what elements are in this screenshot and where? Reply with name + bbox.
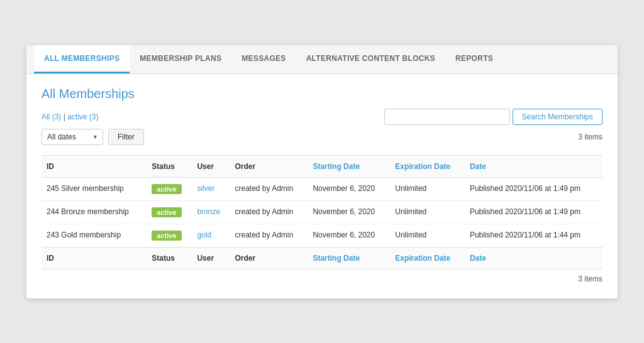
row-1-expiration-date: Unlimited: [390, 177, 465, 200]
footer-col-status: Status: [147, 247, 192, 269]
col-header-expiration-date[interactable]: Expiration Date: [390, 155, 465, 177]
search-input[interactable]: [384, 109, 510, 125]
col-header-date[interactable]: Date: [465, 155, 602, 177]
footer-col-order: Order: [230, 247, 308, 269]
row-1-order: created by Admin: [230, 177, 308, 200]
footer-col-user: User: [192, 247, 230, 269]
memberships-table: ID Status User Order Starting Date Expir…: [42, 155, 602, 270]
tab-navigation: ALL MEMBERSHIPS MEMBERSHIP PLANS MESSAGE…: [26, 45, 618, 74]
row-1-user: silver: [192, 177, 230, 200]
page-title: All Memberships: [42, 87, 602, 101]
row-2-id: 244 Bronze membership: [42, 200, 147, 224]
row-3-user-link[interactable]: gold: [197, 231, 211, 239]
table-row: 244 Bronze membership active bronze crea…: [42, 200, 602, 224]
status-badge: active: [152, 184, 181, 194]
table-row: 245 Silver membership active silver crea…: [42, 177, 602, 200]
row-2-order: created by Admin: [230, 200, 308, 224]
row-3-status: active: [147, 224, 192, 247]
row-2-expiration-date: Unlimited: [390, 200, 465, 224]
items-count-bottom: 3 items: [42, 275, 602, 283]
tab-membership-plans[interactable]: MEMBERSHIP PLANS: [130, 45, 231, 74]
row-2-user: bronze: [192, 200, 230, 224]
footer-col-date[interactable]: Date: [465, 247, 602, 269]
table-header-row: ID Status User Order Starting Date Expir…: [42, 155, 602, 177]
col-header-id: ID: [42, 155, 147, 177]
row-3-id: 243 Gold membership: [42, 224, 147, 247]
search-row: All (3) | active (3) Search Memberships: [42, 109, 602, 125]
row-1-id: 245 Silver membership: [42, 177, 147, 200]
filter-active-link[interactable]: active (3): [67, 112, 98, 121]
main-content: All Memberships All (3) | active (3) Sea…: [26, 74, 618, 298]
main-card: ALL MEMBERSHIPS MEMBERSHIP PLANS MESSAGE…: [26, 45, 618, 298]
date-filter-row: All dates This month Last month This yea…: [42, 129, 144, 145]
table-footer-row: ID Status User Order Starting Date Expir…: [42, 247, 602, 269]
tab-messages[interactable]: MESSAGES: [231, 45, 296, 74]
row-1-date: Published 2020/11/06 at 1:49 pm: [465, 177, 602, 200]
table-row: 243 Gold membership active gold created …: [42, 224, 602, 247]
tab-all-memberships[interactable]: ALL MEMBERSHIPS: [34, 45, 130, 74]
col-header-user: User: [192, 155, 230, 177]
footer-col-id: ID: [42, 247, 147, 269]
row-3-order: created by Admin: [230, 224, 308, 247]
footer-col-expiration-date[interactable]: Expiration Date: [390, 247, 465, 269]
date-filter-select[interactable]: All dates This month Last month This yea…: [42, 129, 103, 145]
filter-links: All (3) | active (3): [42, 112, 99, 121]
row-3-starting-date: November 6, 2020: [308, 224, 390, 247]
row-3-user: gold: [192, 224, 230, 247]
row-3-expiration-date: Unlimited: [390, 224, 465, 247]
row-2-user-link[interactable]: bronze: [197, 207, 220, 216]
row-2-starting-date: November 6, 2020: [308, 200, 390, 224]
footer-col-starting-date[interactable]: Starting Date: [308, 247, 390, 269]
tab-reports[interactable]: REPORTS: [445, 45, 503, 74]
row-2-status: active: [147, 200, 192, 224]
search-memberships-button[interactable]: Search Memberships: [513, 109, 602, 125]
filter-button[interactable]: Filter: [108, 129, 144, 145]
items-count-top: 3 items: [578, 133, 602, 141]
filter-all-link[interactable]: All (3): [42, 112, 61, 121]
tab-alternative-content-blocks[interactable]: ALTERNATIVE CONTENT BLOCKS: [296, 45, 445, 74]
date-select-wrapper: All dates This month Last month This yea…: [42, 129, 103, 145]
row-1-status: active: [147, 177, 192, 200]
row-2-date: Published 2020/11/06 at 1:49 pm: [465, 200, 602, 224]
col-header-starting-date[interactable]: Starting Date: [308, 155, 390, 177]
col-header-order: Order: [230, 155, 308, 177]
status-badge: active: [152, 231, 181, 241]
row-3-date: Published 2020/11/06 at 1:44 pm: [465, 224, 602, 247]
row-1-user-link[interactable]: silver: [197, 184, 214, 193]
status-badge: active: [152, 207, 181, 217]
row-1-starting-date: November 6, 2020: [308, 177, 390, 200]
col-header-status: Status: [147, 155, 192, 177]
